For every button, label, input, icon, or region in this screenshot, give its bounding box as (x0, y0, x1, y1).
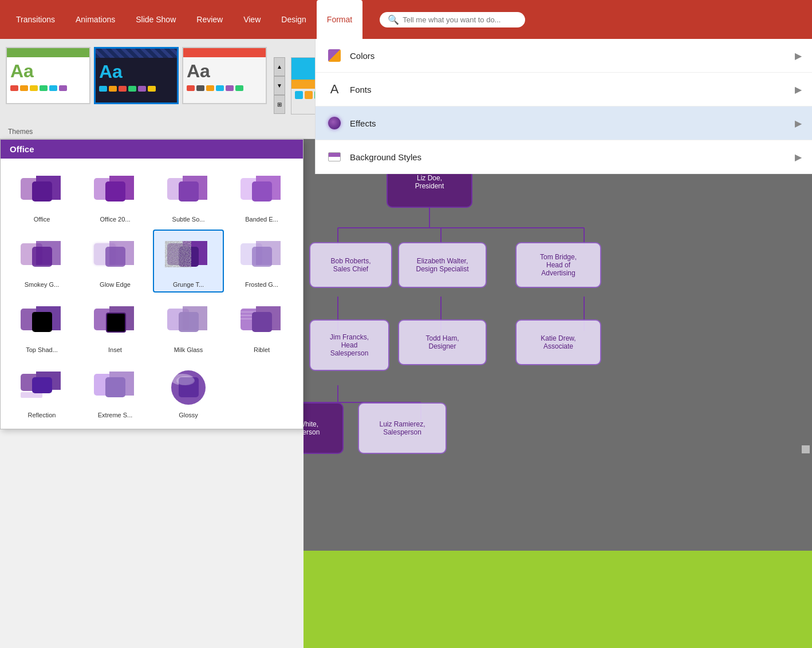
search-icon: 🔍 (388, 14, 399, 25)
scroll-down-arrow[interactable]: ▼ (274, 76, 285, 95)
theme-office-icon (13, 169, 70, 215)
org-node-beth[interactable]: Beth White, Salesperson (303, 402, 344, 454)
background-arrow: ▶ (795, 152, 802, 163)
svg-rect-45 (32, 377, 52, 393)
colors-label: Colors (350, 51, 795, 61)
theme-riblet-label: Riblet (254, 346, 270, 353)
theme-office[interactable]: Office (6, 164, 77, 227)
ribbon-tab-list: Transitions Animations Slide Show Review… (6, 0, 362, 39)
theme-subtleso-label: Subtle So... (172, 216, 205, 223)
effects-icon (326, 114, 343, 132)
theme-reflection-icon (13, 365, 70, 410)
resize-handle[interactable] (802, 445, 810, 453)
theme-thumbnail-2[interactable]: Aa (94, 47, 179, 104)
background-icon (326, 148, 343, 165)
right-panel: Colors ▶ A Fonts ▶ Effects ▶ Background … (315, 39, 812, 174)
org-node-jim[interactable]: Jim Francks, Head Salesperson (309, 319, 389, 371)
fonts-arrow: ▶ (795, 84, 802, 95)
theme-reflection-label: Reflection (28, 412, 56, 418)
theme-subtleso[interactable]: Subtle So... (153, 164, 224, 227)
theme-extremes[interactable]: Extreme S... (80, 360, 151, 423)
effects-label: Effects (350, 118, 795, 128)
svg-rect-35 (179, 312, 199, 332)
theme-office20-label: Office 20... (100, 216, 131, 223)
org-node-todd[interactable]: Todd Ham, Designer (398, 319, 487, 365)
theme-riblet[interactable]: Riblet (226, 295, 297, 358)
theme-smokeyg[interactable]: Smokey G... (6, 230, 77, 293)
tab-design[interactable]: Design (271, 0, 317, 39)
green-bar (303, 551, 812, 648)
theme-subtleso-icon (160, 169, 217, 215)
theme-reflection[interactable]: Reflection (6, 360, 77, 423)
theme-bandede[interactable]: Banded E... (226, 164, 297, 227)
tab-format[interactable]: Format (317, 0, 362, 39)
fonts-row[interactable]: A Fonts ▶ (316, 73, 812, 106)
effects-arrow: ▶ (795, 118, 802, 129)
svg-rect-14 (32, 247, 52, 267)
dropdown-panel: Office Office Office 20. (0, 139, 303, 429)
org-node-katie[interactable]: Katie Drew, Associate (515, 319, 601, 365)
theme-inset[interactable]: Inset (80, 295, 151, 358)
svg-rect-48 (105, 377, 125, 397)
search-input[interactable] (403, 15, 517, 24)
font-icon: A (326, 81, 343, 98)
theme-topshad-icon (13, 299, 70, 345)
svg-rect-31 (107, 313, 125, 332)
theme-milkglass[interactable]: Milk Glass (153, 295, 224, 358)
theme-riblet-icon (233, 299, 290, 345)
svg-rect-21 (167, 243, 189, 265)
theme-topshad[interactable]: Top Shad... (6, 295, 77, 358)
tab-transitions[interactable]: Transitions (6, 0, 65, 39)
theme-milkglass-label: Milk Glass (174, 346, 203, 353)
svg-rect-28 (32, 312, 52, 318)
theme-topshad-label: Top Shad... (26, 346, 58, 353)
org-node-tom[interactable]: Tom Bridge, Head of Advertising (515, 242, 601, 288)
theme-inset-icon (86, 299, 144, 345)
svg-point-52 (176, 376, 195, 385)
theme-grunge-icon (160, 234, 217, 280)
theme-glowedge[interactable]: Glow Edge (80, 230, 151, 293)
theme-glossy[interactable]: Glossy (153, 360, 224, 423)
theme-glossy-icon (160, 365, 217, 410)
fonts-label: Fonts (350, 85, 795, 94)
theme-milkglass-icon (160, 299, 217, 345)
theme-thumbnail-3[interactable]: Aa (182, 47, 267, 104)
org-node-elizabeth[interactable]: Elizabeth Walter, Design Specialist (398, 242, 487, 288)
theme-smokeyg-label: Smokey G... (25, 281, 60, 288)
org-node-luiz[interactable]: Luiz Ramierez, Salesperson (358, 402, 447, 454)
colors-arrow: ▶ (795, 50, 802, 61)
tab-animations[interactable]: Animations (65, 0, 125, 39)
theme-thumbnails: Aa Aa (6, 45, 267, 125)
theme-frostedg[interactable]: Frosted G... (226, 230, 297, 293)
scroll-expand-arrow[interactable]: ⊞ (274, 95, 285, 114)
effects-row[interactable]: Effects ▶ (316, 106, 812, 140)
theme-glossy-label: Glossy (179, 412, 198, 418)
scroll-up-arrow[interactable]: ▲ (274, 57, 285, 76)
org-node-bob[interactable]: Bob Roberts, Sales Chief (309, 242, 392, 288)
theme-grunge[interactable]: Grunge T... (153, 230, 224, 293)
svg-rect-8 (179, 181, 199, 201)
theme-glowedge-label: Glow Edge (100, 281, 131, 288)
theme-thumbnail-1[interactable]: Aa (6, 47, 90, 104)
tab-slideshow[interactable]: Slide Show (125, 0, 186, 39)
background-label: Background Styles (350, 152, 795, 162)
theme-extremes-label: Extreme S... (98, 412, 133, 418)
theme-bandede-label: Banded E... (245, 216, 278, 223)
theme-frostedg-label: Frosted G... (245, 281, 278, 288)
background-row[interactable]: Background Styles ▶ (316, 140, 812, 174)
tab-review[interactable]: Review (186, 0, 233, 39)
theme-office20[interactable]: Office 20... (80, 164, 151, 227)
themes-label: Themes (8, 128, 33, 136)
svg-rect-17 (105, 247, 125, 267)
colors-row[interactable]: Colors ▶ (316, 39, 812, 73)
theme-office20-icon (86, 169, 144, 215)
svg-rect-2 (32, 181, 52, 201)
color-swatch-icon (326, 47, 343, 64)
dropdown-grid: Office Office 20... Subtle S (1, 159, 303, 429)
scroll-arrows: ▲ ▼ ⊞ (274, 57, 285, 114)
theme-glowedge-icon (86, 234, 144, 280)
svg-rect-11 (252, 181, 272, 201)
slide-area: Liz Doe, President Bob Roberts, Sales Ch… (303, 139, 812, 648)
theme-frostedg-icon (233, 234, 290, 280)
tab-view[interactable]: View (233, 0, 271, 39)
